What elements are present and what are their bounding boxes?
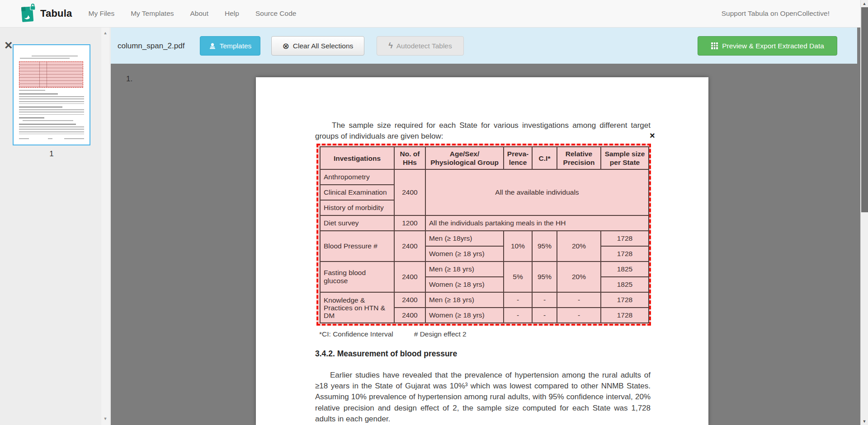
cell-kp-hhs-men: 2400: [394, 292, 425, 308]
thumbnail-preview: [14, 45, 90, 145]
autodetect-button-label: Autodetect Tables: [396, 42, 452, 50]
autodetect-tables-button[interactable]: ϟ Autodetect Tables: [377, 36, 464, 56]
header-group: Age/Sex/ Physiological Group: [425, 147, 504, 169]
header-investigations: Investigations: [320, 147, 394, 169]
cell-history: History of morbidity: [320, 200, 394, 215]
table-row: Fasting blood glucose 2400 Men (≥ 18 yrs…: [320, 262, 649, 277]
table-footnote: *CI: Confidence Interval# Design effect …: [319, 330, 467, 338]
cell-kp-men: Men (≥ 18 yrs): [425, 292, 504, 308]
pdf-workspace: 1. The sample size required for each Sta…: [111, 64, 857, 425]
brand-name: Tabula: [40, 8, 72, 19]
pdf-page[interactable]: The sample size required for each State …: [256, 77, 708, 425]
nav-my-templates[interactable]: My Templates: [131, 9, 174, 18]
cell-kp-women: Women (≥ 18 yrs): [425, 308, 504, 323]
cell-kp-men-sample: 1728: [601, 292, 649, 308]
thumbnail-page-number: 1: [13, 149, 90, 159]
table-row: Blood Pressure # 2400 Men (≥ 18yrs) 10% …: [320, 231, 649, 246]
export-button-label: Preview & Export Extracted Data: [722, 42, 824, 50]
lightning-icon: ϟ: [388, 41, 393, 51]
header-sample: Sample size per State: [601, 147, 649, 169]
selection-close-icon[interactable]: ×: [650, 132, 655, 139]
window-scrollbar[interactable]: ▲ ▼: [860, 0, 868, 425]
nav-my-files[interactable]: My Files: [88, 9, 114, 18]
thumbnail-sidebar: × 1 ▲ ▼: [0, 28, 111, 425]
toolbar: column_span_2.pdf Templates ⊗ Clear All …: [111, 28, 857, 64]
tabula-app: Tabula My Files My Templates About Help …: [0, 0, 868, 425]
navbar: Tabula My Files My Templates About Help …: [0, 0, 868, 28]
preview-export-button[interactable]: Preview & Export Extracted Data: [698, 36, 837, 56]
cell-fbg-ci: 95%: [532, 262, 557, 292]
window-scroll-up-icon[interactable]: ▲: [861, 1, 868, 6]
templates-button-label: Templates: [220, 42, 252, 50]
table-header-row: Investigations No. of HHs Age/Sex/ Physi…: [320, 147, 649, 169]
cell-kp-hhs-women: 2400: [394, 308, 425, 323]
cell-diet-hhs: 1200: [394, 215, 425, 231]
sidebar-scroll-up-icon[interactable]: ▲: [101, 31, 109, 35]
cell-fbg-women: Women (≥ 18 yrs): [425, 277, 504, 292]
cell-fbg-precision: 20%: [557, 262, 601, 292]
data-table: Investigations No. of HHs Age/Sex/ Physi…: [320, 146, 649, 323]
cell-kp-dash: -: [532, 292, 557, 308]
cell-anthropometry: Anthropometry: [320, 169, 394, 185]
templates-icon: [209, 42, 216, 50]
cell-kp-women-sample: 1728: [601, 308, 649, 323]
cell-fbg-men-sample: 1825: [601, 262, 649, 277]
cell-bp-women-sample: 1728: [601, 246, 649, 262]
cell-kp-dash: -: [504, 308, 532, 323]
cell-bp: Blood Pressure #: [320, 231, 394, 262]
header-prevalence: Preva- lence: [504, 147, 532, 169]
cell-fbg-men: Men (≥ 18 yrs): [425, 262, 504, 277]
sidebar-scroll-down-icon[interactable]: ▼: [101, 416, 109, 421]
body-paragraph: Earlier studies have revealed that the p…: [315, 370, 651, 425]
cell-bp-women: Women (≥ 18 yrs): [425, 246, 504, 262]
cell-all-available: All the available individuals: [425, 169, 649, 215]
cell-fbg-women-sample: 1825: [601, 277, 649, 292]
table-row: Anthropometry 2400 All the available ind…: [320, 169, 649, 185]
cell-clinical: Clinical Examination: [320, 185, 394, 200]
table-selection-box[interactable]: Investigations No. of HHs Age/Sex/ Physi…: [316, 144, 651, 326]
cell-kp-dash: -: [557, 292, 601, 308]
header-precision: Relative Precision: [557, 147, 601, 169]
clear-icon: ⊗: [283, 41, 289, 51]
table-row: Knowledge & Practices on HTN & DM 2400 M…: [320, 292, 649, 308]
filename-label: column_span_2.pdf: [118, 42, 184, 51]
cell-block-hhs: 2400: [394, 169, 425, 215]
header-ci: C.I*: [532, 147, 557, 169]
cell-kp-dash: -: [532, 308, 557, 323]
brand[interactable]: Tabula: [20, 4, 72, 23]
window-scroll-down-icon[interactable]: ▼: [861, 419, 868, 424]
cell-bp-precision: 20%: [557, 231, 601, 262]
cell-diet-group: All the individuals partaking meals in t…: [425, 215, 649, 231]
cell-bp-prevalence: 10%: [504, 231, 532, 262]
thumbnail-close-icon[interactable]: ×: [5, 39, 13, 51]
page-thumbnail[interactable]: [13, 44, 90, 145]
footnote-design-effect: # Design effect 2: [414, 330, 467, 338]
cell-bp-hhs: 2400: [394, 231, 425, 262]
tabula-logo-icon: [20, 4, 36, 23]
clear-button-label: Clear All Selections: [293, 42, 354, 50]
cell-bp-men-sample: 1728: [601, 231, 649, 246]
page-number-label: 1.: [126, 75, 132, 84]
cell-fbg-prevalence: 5%: [504, 262, 532, 292]
section-heading: 3.4.2. Measurement of blood pressure: [315, 349, 457, 359]
cell-bp-ci: 95%: [532, 231, 557, 262]
window-scrollbar-thumb[interactable]: [861, 7, 868, 212]
clear-all-selections-button[interactable]: ⊗ Clear All Selections: [271, 36, 364, 56]
support-link[interactable]: Support Tabula on OpenCollective!: [722, 9, 830, 18]
templates-button[interactable]: Templates: [200, 36, 260, 56]
spreadsheet-icon: [711, 42, 718, 50]
cell-fbg-hhs: 2400: [394, 262, 425, 292]
cell-diet: Diet survey: [320, 215, 394, 231]
intro-paragraph: The sample size required for each State …: [315, 120, 651, 142]
footnote-ci: *CI: Confidence Interval: [319, 330, 393, 338]
cell-fbg: Fasting blood glucose: [320, 262, 394, 292]
cell-kp-dash: -: [557, 308, 601, 323]
table-row: Diet survey 1200 All the individuals par…: [320, 215, 649, 231]
nav-about[interactable]: About: [190, 9, 209, 18]
cell-kp-dash: -: [504, 292, 532, 308]
nav-help[interactable]: Help: [225, 9, 239, 18]
nav-source-code[interactable]: Source Code: [255, 9, 296, 18]
thumbnail-selection: [19, 61, 83, 88]
sidebar-scrollbar[interactable]: ▲ ▼: [101, 28, 109, 425]
header-hhs: No. of HHs: [394, 147, 425, 169]
